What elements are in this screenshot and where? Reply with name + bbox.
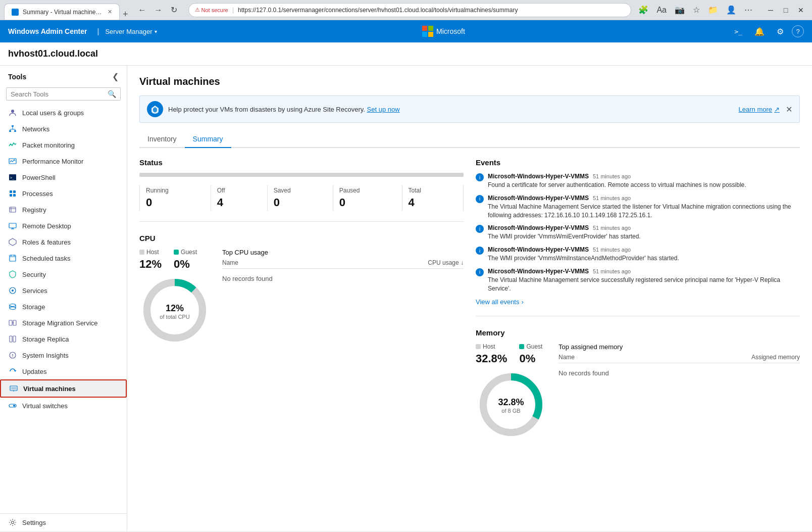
tab-inventory[interactable]: Inventory [139,131,185,148]
back-button[interactable]: ← [135,4,149,17]
svg-text:>_: >_ [10,176,15,180]
setup-now-link[interactable]: Set up now [367,106,400,113]
memory-section: Memory Host 32.8% [476,328,800,442]
sidebar-item-powershell[interactable]: >_ PowerShell [0,169,127,185]
cpu-content: Host 12% Guest [139,249,464,347]
refresh-button[interactable]: ↻ [168,3,180,17]
storage-migration-icon [8,318,17,327]
sidebar-item-label: Networks [22,125,49,133]
server-manager-menu[interactable]: Server Manager ▾ [105,28,157,35]
maximize-button[interactable]: □ [779,5,793,15]
sidebar-collapse-button[interactable]: ❮ [112,72,119,81]
collections-btn[interactable]: 📁 [705,3,721,17]
memory-donut-sub: of 8 GB [498,408,524,414]
close-button[interactable]: ✕ [794,5,808,15]
settings-nav-icon [8,518,17,527]
memory-no-records: No records found [559,365,800,381]
sidebar-item-services[interactable]: Services [0,282,127,299]
event-header: Microsoft-Windows-Hyper-V-VMMS 51 minute… [488,195,800,202]
new-tab-button[interactable]: + [120,9,131,20]
browser-tab-active[interactable]: Summary - Virtual machines - S... ✕ [4,4,120,20]
terminal-button[interactable]: >_ [730,26,746,37]
sidebar-item-updates[interactable]: Updates [0,363,127,379]
extensions-btn[interactable]: 🧩 [635,3,651,17]
events-list: i Microsoft-Windows-Hyper-V-VMMS 51 minu… [476,173,800,293]
svg-point-44 [13,405,15,407]
svg-rect-41 [11,387,16,390]
status-paused: Paused 0 [333,185,402,211]
svg-marker-21 [9,238,16,246]
sidebar-item-label: Updates [22,368,46,375]
cpu-no-records: No records found [222,271,464,286]
sidebar-item-storage-migration[interactable]: Storage Migration Service [0,315,127,331]
sidebar-search-area: 🔍 [0,87,127,105]
banner-right: Learn more ↗ ✕ [739,105,792,114]
event-header: Microsoft-Windows-Hyper-V-VMMS 51 minute… [488,246,800,253]
favorites-btn[interactable]: ☆ [690,3,703,17]
sidebar-item-system-insights[interactable]: System Insights [0,347,127,363]
svg-rect-8 [9,159,16,164]
search-box[interactable]: 🔍 [6,87,121,101]
memory-donut-center: 32.8% of 8 GB [498,397,524,414]
server-manager-label: Server Manager [105,28,152,35]
status-progress-bar [139,173,464,177]
storage-replica-icon [8,334,17,344]
event-source: Microsoft-Windows-Hyper-V-VMMS [488,195,589,202]
more-btn[interactable]: ⋯ [741,3,755,17]
sidebar-item-label: Roles & features [22,238,71,246]
event-content: Microsoft-Windows-Hyper-V-VMMS 51 minute… [488,173,800,189]
status-section: Status Running 0 Off 4 [139,158,464,211]
cpu-donut-sub: of total CPU [160,313,189,319]
sidebar-item-label: Processes [22,190,53,198]
sidebar-item-performance-monitor[interactable]: Performance Monitor [0,153,127,169]
sidebar-item-scheduled-tasks[interactable]: Scheduled tasks [0,250,127,266]
settings-nav-item[interactable]: Settings [0,513,127,531]
off-label: Off [217,187,259,194]
help-button[interactable]: ? [792,25,804,37]
tab-summary[interactable]: Summary [185,131,231,148]
cpu-name-col: Name [222,259,238,266]
sidebar-item-packet-monitoring[interactable]: Packet monitoring [0,137,127,153]
sidebar-item-security[interactable]: Security [0,266,127,282]
settings-header-button[interactable]: ⚙ [773,25,788,38]
sidebar-item-registry[interactable]: Registry [0,202,127,218]
header-center: Microsoft [157,26,731,37]
minimize-button[interactable]: ─ [764,5,778,15]
svg-rect-14 [13,194,16,197]
event-info-icon: i [476,173,484,181]
top-memory-title: Top assigned memory [559,343,800,351]
sidebar-item-processes[interactable]: Processes [0,185,127,202]
web-capture-btn[interactable]: 📷 [672,3,688,17]
event-content: Microsoft-Windows-Hyper-V-VMMS 51 minute… [488,246,800,263]
address-bar[interactable]: ⚠ Not secure | https://127.0.0.1/serverm… [188,3,632,17]
reading-btn[interactable]: Aa [653,4,670,17]
left-column: Status Running 0 Off 4 [139,158,464,442]
sidebar-item-storage-replica[interactable]: Storage Replica [0,331,127,347]
ms-sq-yellow [428,32,433,37]
notifications-button[interactable]: 🔔 [750,25,769,38]
sidebar-item-storage[interactable]: Storage [0,299,127,315]
sidebar-list: Local users & groups Networks Packet mon… [0,105,127,513]
sidebar-item-virtual-machines[interactable]: Virtual machines [0,379,127,398]
host-dot [476,344,481,349]
guest-cpu-value: 0% [174,258,197,271]
banner-close-button[interactable]: ✕ [786,105,792,114]
sidebar-item-local-users[interactable]: Local users & groups [0,105,127,121]
view-all-events-link[interactable]: View all events › [476,298,800,306]
svg-point-0 [11,110,14,113]
tab-close-btn[interactable]: ✕ [108,9,112,15]
security-icon [8,270,17,279]
sidebar-item-networks[interactable]: Networks [0,121,127,137]
sidebar-item-roles-features[interactable]: Roles & features [0,234,127,250]
status-grid: Running 0 Off 4 Saved 0 [139,185,464,211]
profile-btn[interactable]: 👤 [723,3,739,17]
browser-action-icons: 🧩 Aa 📷 ☆ 📁 👤 ⋯ [635,3,755,17]
learn-more-link[interactable]: Learn more ↗ [739,106,780,113]
event-time: 51 minutes ago [593,247,631,253]
forward-button[interactable]: → [151,4,166,17]
sidebar-item-label: Security [22,271,46,278]
sidebar-item-virtual-switches[interactable]: Virtual switches [0,398,127,414]
sidebar-item-remote-desktop[interactable]: Remote Desktop [0,218,127,234]
search-input[interactable] [11,90,105,98]
storage-icon [8,302,17,311]
